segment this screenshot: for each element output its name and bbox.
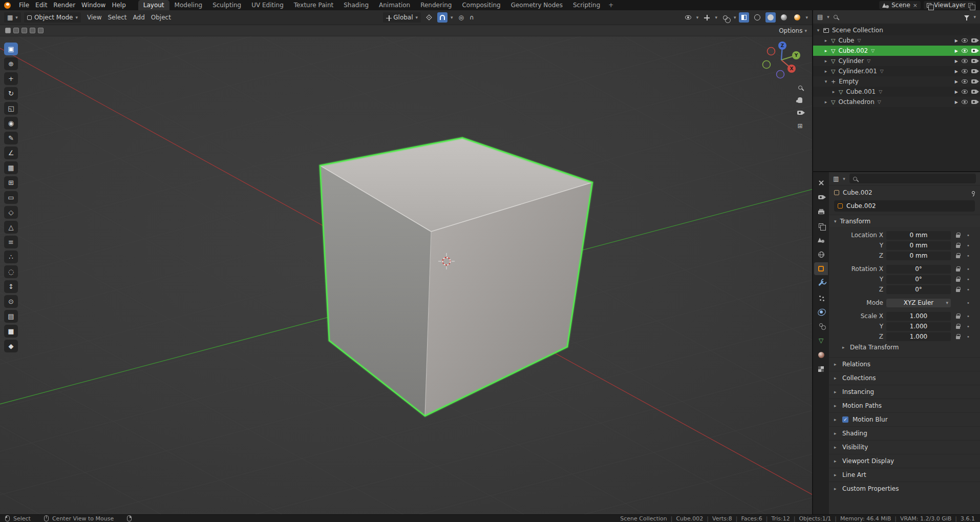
outliner-row-octahedron[interactable]: ▸▽Octahedron▽▶ xyxy=(813,97,980,107)
animate-dot-icon[interactable]: • xyxy=(965,243,971,248)
shading-rendered[interactable] xyxy=(792,12,802,23)
animate-dot-icon[interactable]: • xyxy=(965,253,971,259)
show-overlays-toggle[interactable] xyxy=(720,12,731,23)
animate-dot-icon[interactable]: • xyxy=(965,314,971,319)
tool-extra-11[interactable]: ■ xyxy=(4,325,18,338)
tool-extra-10[interactable]: ▤ xyxy=(4,310,18,323)
properties-tab-view-layer[interactable] xyxy=(814,219,828,232)
selectable-toggle-icon[interactable]: ▶ xyxy=(955,90,958,94)
workspace-tab-shading[interactable]: Shading xyxy=(338,0,374,10)
shading-solid[interactable] xyxy=(765,12,776,23)
animate-dot-icon[interactable]: • xyxy=(965,324,971,329)
field-scale-z[interactable]: 1.000 xyxy=(886,332,951,341)
tool-scale[interactable]: ◱ xyxy=(4,102,18,115)
snap-toggle[interactable] xyxy=(437,12,448,23)
field-rotation-x[interactable]: 0° xyxy=(886,265,951,274)
disable-render-toggle-icon[interactable] xyxy=(971,49,977,53)
shading-settings-chevron-icon[interactable]: ▾ xyxy=(805,15,808,20)
workspace-tab-layout[interactable]: Layout xyxy=(138,0,169,10)
zoom-icon[interactable] xyxy=(798,86,802,90)
tool-rotate[interactable]: ↻ xyxy=(4,87,18,100)
axis-negative-z[interactable] xyxy=(777,71,784,78)
hide-viewport-toggle-icon[interactable] xyxy=(962,90,968,94)
tool-extra-12[interactable]: ◆ xyxy=(4,340,18,352)
snap-settings-chevron-icon[interactable]: ▾ xyxy=(451,15,453,20)
properties-tab-constraints[interactable] xyxy=(814,320,828,332)
hide-viewport-toggle-icon[interactable] xyxy=(962,79,968,83)
hide-viewport-toggle-icon[interactable] xyxy=(962,100,968,104)
tool-transform[interactable]: ◉ xyxy=(4,117,18,130)
disclosure-icon[interactable]: ▸ xyxy=(823,58,829,64)
options-dropdown[interactable]: Options ▾ xyxy=(779,27,807,34)
viewport-3d-region[interactable]: ▣⊕+↻◱◉✎∠▦⊞▭◇△≡∴◌↕⊙▤■◆ X Y Z ⊞ xyxy=(0,36,812,514)
field-location-z[interactable]: 0 mm xyxy=(886,252,951,260)
select-mode-invert[interactable] xyxy=(30,28,35,33)
pin-icon[interactable] xyxy=(972,191,975,194)
lock-toggle-scale-x[interactable] xyxy=(953,314,963,319)
toggle-xray[interactable] xyxy=(739,12,749,23)
menu-window[interactable]: Window xyxy=(78,2,109,9)
hide-viewport-toggle-icon[interactable] xyxy=(962,69,968,73)
tool-measure[interactable]: ∠ xyxy=(4,147,18,159)
field-rotation-mode[interactable]: XYZ Euler▾ xyxy=(886,299,951,307)
properties-editor-icon[interactable]: ▥ xyxy=(833,175,839,182)
selectable-toggle-icon[interactable]: ▶ xyxy=(955,59,958,64)
lock-toggle-location-y[interactable] xyxy=(953,243,963,248)
add-workspace-button[interactable]: + xyxy=(605,0,616,10)
selectable-toggle-icon[interactable]: ▶ xyxy=(955,100,958,105)
menu-render[interactable]: Render xyxy=(50,2,78,9)
shading-material[interactable] xyxy=(779,12,789,23)
animate-dot-icon[interactable]: • xyxy=(965,300,971,306)
field-location-x[interactable]: 0 mm xyxy=(886,231,951,240)
properties-tab-world[interactable] xyxy=(814,248,828,261)
outliner-row-cube-001[interactable]: ▸▽Cube.001▽▶ xyxy=(813,87,980,97)
scene-unlink-button[interactable]: × xyxy=(913,2,918,9)
selectable-toggle-icon[interactable]: ▶ xyxy=(955,38,958,43)
workspace-tab-sculpting[interactable]: Sculpting xyxy=(207,0,246,10)
properties-tab-tool[interactable] xyxy=(814,176,828,189)
select-mode-intersect[interactable] xyxy=(38,28,44,33)
tool-extra-5[interactable]: ≡ xyxy=(4,236,18,248)
disclosure-icon[interactable]: ▸ xyxy=(830,89,837,94)
lock-toggle-rotation-x[interactable] xyxy=(953,266,963,272)
outliner-row-cube-002[interactable]: ▸▽Cube.002▽▶ xyxy=(813,46,980,56)
panel-viewport-display[interactable]: ▸Viewport Display xyxy=(829,454,980,468)
outliner-row-cylinder[interactable]: ▸▽Cylinder▽▶ xyxy=(813,56,980,66)
blender-logo-icon[interactable] xyxy=(4,2,11,9)
properties-search-input[interactable] xyxy=(849,174,976,183)
pan-hand-icon[interactable] xyxy=(798,97,802,103)
workspace-tab-geometry-nodes[interactable]: Geometry Nodes xyxy=(506,0,568,10)
field-scale-x[interactable]: 1.000 xyxy=(886,312,951,321)
menu-help[interactable]: Help xyxy=(109,2,129,9)
properties-tab-modifiers[interactable] xyxy=(814,277,828,289)
lock-toggle-location-z[interactable] xyxy=(953,253,963,258)
proportional-edit-toggle[interactable]: ◎ xyxy=(456,12,466,23)
tool-add-cube[interactable]: ▦ xyxy=(4,161,18,174)
animate-dot-icon[interactable]: • xyxy=(965,334,971,340)
viewport-menu-add[interactable]: Add xyxy=(130,14,148,21)
scene-selector[interactable]: Scene × xyxy=(879,1,921,9)
mode-selector[interactable]: Object Mode ▾ xyxy=(24,12,81,23)
tool-extra-8[interactable]: ↕ xyxy=(4,280,18,293)
perspective-toggle-icon[interactable]: ⊞ xyxy=(797,122,802,130)
show-gizmo-toggle[interactable] xyxy=(701,12,712,23)
hide-viewport-toggle-icon[interactable] xyxy=(962,38,968,43)
tool-extra-4[interactable]: △ xyxy=(4,221,18,234)
disclosure-icon[interactable]: ▸ xyxy=(823,38,829,43)
lock-toggle-location-x[interactable] xyxy=(953,233,963,238)
transform-panel-header[interactable]: ▾ Transform xyxy=(829,215,980,227)
viewport-menu-view[interactable]: View xyxy=(84,14,104,21)
disable-render-toggle-icon[interactable] xyxy=(971,79,977,83)
tool-select-box[interactable]: ▣ xyxy=(4,43,18,55)
panel-collections[interactable]: ▸Collections xyxy=(829,371,980,385)
menu-edit[interactable]: Edit xyxy=(32,2,50,9)
properties-tab-material[interactable] xyxy=(814,348,828,361)
disable-render-toggle-icon[interactable] xyxy=(971,69,977,73)
axis-negative-y[interactable] xyxy=(763,61,771,69)
field-rotation-z[interactable]: 0° xyxy=(886,285,951,294)
search-icon[interactable] xyxy=(834,15,838,19)
panel-line-art[interactable]: ▸Line Art xyxy=(829,468,980,482)
disclosure-open-icon[interactable]: ▾ xyxy=(823,79,829,84)
transform-orientation-selector[interactable]: Global ▾ xyxy=(383,12,421,23)
animate-dot-icon[interactable]: • xyxy=(965,287,971,293)
